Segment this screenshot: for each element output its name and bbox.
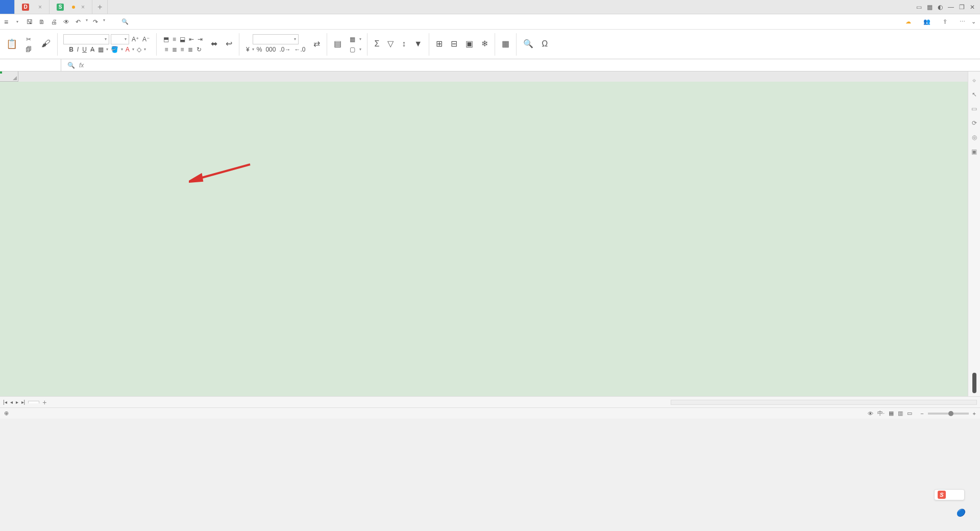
align-middle-icon[interactable]: ≡ [172,35,177,43]
search-box[interactable]: 🔍 [121,18,131,25]
format-painter-icon[interactable]: 🖌 [40,38,52,50]
zoom-slider[interactable] [928,413,969,415]
undo-icon[interactable]: ↶ [75,18,82,26]
view-pagebreak-icon[interactable]: ▭ [907,410,912,417]
cut-icon[interactable]: ✂ [25,35,32,43]
copy-icon[interactable]: 🗐 [24,45,33,54]
share-icon[interactable]: ⇪ [943,18,947,25]
underline-icon[interactable]: U [81,45,88,54]
close-icon[interactable]: × [81,4,85,11]
indent-inc-icon[interactable]: ⇥ [197,35,204,43]
align-center-icon[interactable]: ≣ [171,45,178,54]
border-icon[interactable]: ▦ [97,45,105,54]
type-conv-icon[interactable]: ⇄ [312,38,321,49]
bold-icon[interactable]: B [68,45,75,54]
align-top-icon[interactable]: ⬒ [162,35,170,43]
indent-dec-icon[interactable]: ⇤ [188,35,195,43]
eye-icon[interactable]: 👁 [868,411,873,417]
fx-icon[interactable]: fx [79,62,84,69]
comma-icon[interactable]: 000 [264,45,277,54]
increase-font-icon[interactable]: A⁺ [131,35,140,43]
wrap-icon[interactable]: ↩ [225,38,233,49]
maximize-icon[interactable]: ❐ [959,4,965,11]
name-box[interactable] [0,59,61,71]
zoom-in-icon[interactable]: + [973,411,976,417]
fx-search-icon[interactable]: 🔍 [67,62,75,69]
h-scrollbar[interactable] [671,400,977,405]
tab-template[interactable]: D× [15,0,50,14]
decrease-font-icon[interactable]: A⁻ [141,35,151,43]
font-name-select[interactable]: ▾ [63,34,109,44]
fill-icon[interactable]: ▼ [413,39,423,49]
lang-icon[interactable]: 中· [877,409,885,417]
font-color-icon[interactable]: A [125,45,131,54]
dec-dec-icon[interactable]: ←.0 [293,45,306,54]
collab-icon[interactable]: 👥 [923,18,930,25]
side-style-icon[interactable]: ▭ [971,105,977,112]
symbol-icon[interactable]: Ω [541,39,549,49]
cloud-sync-icon[interactable]: ☁ [905,18,911,25]
italic-icon[interactable]: I [76,45,80,54]
numfmt-select[interactable]: ▾ [253,34,299,44]
sheet-next-icon[interactable]: ▸ [16,399,18,405]
print-icon[interactable]: 🖨 [50,18,58,26]
close-icon[interactable]: × [38,4,42,11]
currency-icon[interactable]: ¥ [245,45,251,54]
sheet-first-icon[interactable]: |◂ [3,399,7,405]
tab-document[interactable]: S× [50,0,92,14]
side-select-icon[interactable]: ↖ [972,91,977,98]
orientation-icon[interactable]: ↻ [195,45,203,54]
saveas-icon[interactable]: 🗎 [38,18,46,26]
freeze-icon[interactable]: ❄ [480,38,489,49]
menu-icon[interactable]: ≡ [4,18,8,26]
align-left-icon[interactable]: ≡ [164,45,169,54]
fill-color-icon[interactable]: 🪣 [110,45,119,54]
view-pagelayout-icon[interactable]: ▥ [898,410,903,417]
save-icon[interactable]: 🖫 [26,18,34,26]
expand-icon[interactable]: ⌄ [971,18,976,25]
clear-format-icon[interactable]: ◇ [136,45,142,54]
zoom-out-icon[interactable]: − [920,411,923,417]
minimize-icon[interactable]: — [948,4,954,11]
more-icon[interactable]: ⋯ [960,18,965,25]
percent-icon[interactable]: % [256,45,263,54]
layout-icon[interactable]: ▭ [916,4,922,11]
add-sheet-icon[interactable]: + [42,398,46,406]
user-icon[interactable]: ◐ [938,4,943,11]
cond-fmt-icon[interactable]: ▤ [333,38,342,49]
table-fmt-icon[interactable]: ▦ [349,35,356,43]
cell-fmt-icon[interactable]: ▢ [349,45,356,54]
align-bottom-icon[interactable]: ⬓ [179,35,186,43]
status-mode-icon[interactable]: ⊕ [4,410,9,417]
sheet-last-icon[interactable]: ▸| [21,399,26,405]
cell-icon[interactable]: ⊞ [435,38,444,49]
grid-icon[interactable]: ▦ [927,4,933,11]
strike-icon[interactable]: A̶ [89,45,95,54]
preview-icon[interactable]: 👁 [62,18,70,26]
find-icon[interactable]: 🔍 [522,38,534,49]
sheet-tab[interactable] [28,401,39,403]
sort-icon[interactable]: ↕ [401,39,407,49]
filter-icon[interactable]: ▽ [386,38,395,49]
dec-inc-icon[interactable]: .0→ [278,45,291,54]
sum-icon[interactable]: Σ [373,39,380,49]
sheet-prev-icon[interactable]: ◂ [10,399,13,405]
side-location-icon[interactable]: ◎ [972,134,977,141]
table-tool-icon[interactable]: ▦ [501,38,510,49]
side-mini-icon[interactable]: ▣ [971,148,977,155]
font-size-select[interactable]: ▾ [111,34,129,44]
merge-icon[interactable]: ⬌ [210,38,218,49]
view-normal-icon[interactable]: ▦ [889,410,894,417]
select-all-corner[interactable] [0,71,18,82]
paste-icon[interactable]: 📋 [5,38,18,50]
tab-home[interactable] [0,0,15,14]
redo-icon[interactable]: ↷ [92,18,99,26]
align-right-icon[interactable]: ≡ [180,45,185,54]
side-backup-icon[interactable]: ⟳ [972,119,977,127]
side-assistant-icon[interactable]: ⟐ [972,77,976,84]
side-scroll-track[interactable] [972,373,976,393]
sheet-icon[interactable]: ▣ [464,38,474,49]
close-window-icon[interactable]: ✕ [970,4,975,11]
justify-icon[interactable]: ≣ [187,45,194,54]
rowcol-icon[interactable]: ⊟ [450,38,458,49]
